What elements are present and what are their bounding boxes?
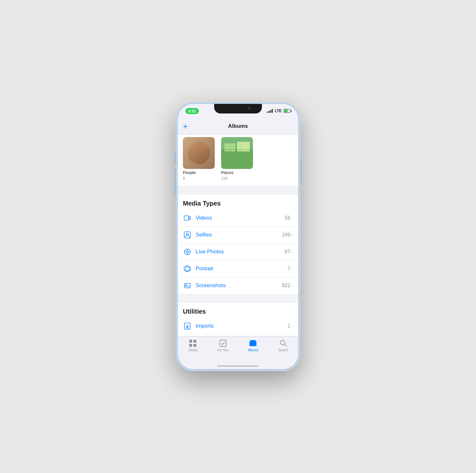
svg-rect-31 [193, 340, 196, 343]
home-indicator-area [178, 363, 298, 369]
portrait-icon [183, 264, 192, 273]
svg-rect-33 [193, 344, 196, 347]
selfies-chevron: › [292, 232, 293, 237]
places-album[interactable]: Places 128 [221, 137, 253, 181]
places-count: 128 [221, 176, 253, 181]
places-thumb-bg [221, 137, 253, 169]
live-photos-icon [183, 247, 192, 256]
imports-label: Imports [196, 323, 287, 329]
duplicates-row[interactable]: Duplicates 15 › [178, 335, 298, 336]
svg-rect-2 [224, 143, 235, 151]
library-tab-icon [189, 339, 197, 347]
media-types-header: Media Types [178, 195, 298, 210]
media-types-title: Media Types [183, 200, 221, 207]
screenshots-icon [183, 281, 192, 290]
status-time: 3:51 [185, 108, 199, 114]
tab-library[interactable]: Library [178, 339, 208, 352]
live-photos-count: 67 [285, 249, 291, 255]
notch [214, 104, 262, 113]
section-gap-2 [178, 294, 298, 303]
screenshots-right: 822 › [282, 283, 293, 288]
svg-rect-30 [189, 340, 192, 343]
main-content: People 6 [178, 135, 298, 336]
portrait-label: Portrait [196, 266, 287, 272]
svg-rect-36 [250, 340, 256, 341]
screenshots-count: 822 [282, 283, 291, 288]
screenshots-row[interactable]: Screenshots 822 › [178, 277, 298, 294]
albums-tab-icon [249, 339, 257, 347]
videos-icon [183, 214, 192, 222]
search-tab-icon [279, 339, 287, 347]
albums-tab-label: Albums [248, 348, 258, 352]
live-photos-chevron: › [292, 249, 293, 254]
svg-rect-7 [184, 216, 189, 220]
people-label: People [183, 170, 215, 175]
svg-point-12 [187, 251, 188, 252]
screenshots-chevron: › [292, 283, 293, 288]
selfies-label: Selfies [196, 232, 282, 238]
tab-search[interactable]: Search [268, 339, 299, 352]
portrait-row[interactable]: Portrait 7 › [178, 260, 298, 277]
videos-chevron: › [292, 215, 293, 221]
imports-chevron: › [292, 324, 293, 329]
tab-for-you[interactable]: For You [208, 339, 238, 352]
library-tab-label: Library [188, 348, 198, 352]
home-indicator-bar [217, 365, 259, 367]
utilities-list: Imports 1 › [178, 318, 298, 336]
phone-screen: 3:51 LTE [178, 104, 298, 369]
nav-title: Albums [228, 123, 248, 129]
signal-icon [267, 109, 273, 113]
places-thumb [221, 137, 253, 169]
nav-bar: + Albums [178, 118, 298, 135]
for-you-tab-icon [219, 339, 227, 347]
selfies-icon [183, 230, 192, 239]
videos-label: Videos [196, 215, 285, 221]
videos-right: 56 › [285, 215, 293, 221]
camera-dot [247, 106, 251, 110]
portrait-chevron: › [292, 266, 293, 271]
lte-label: LTE [275, 109, 282, 113]
people-album[interactable]: People 6 [183, 137, 215, 181]
media-types-list: Videos 56 › [178, 210, 298, 294]
imports-icon [183, 322, 192, 331]
top-albums-section: People 6 [178, 135, 298, 186]
svg-line-38 [284, 345, 286, 347]
add-button[interactable]: + [183, 122, 188, 130]
people-thumb-bg [183, 137, 215, 169]
selfies-right: 249 › [282, 232, 293, 238]
imports-right: 1 › [287, 323, 293, 329]
videos-count: 56 [285, 215, 291, 221]
battery-icon [284, 109, 291, 113]
status-right-icons: LTE [267, 109, 291, 113]
utilities-title: Utilities [183, 308, 206, 315]
tab-albums[interactable]: Albums [238, 339, 268, 352]
portrait-right: 7 › [287, 266, 293, 272]
for-you-tab-label: For You [218, 348, 228, 352]
selfies-count: 249 [282, 232, 291, 238]
selfies-row[interactable]: Selfies 249 › [178, 227, 298, 244]
search-tab-label: Search [278, 348, 288, 352]
imports-count: 1 [287, 323, 290, 329]
screen-content: 3:51 LTE [178, 104, 298, 369]
section-gap-1 [178, 186, 298, 195]
svg-rect-34 [220, 340, 226, 346]
svg-rect-35 [249, 341, 256, 346]
phone-frame: 3:51 LTE [176, 102, 300, 371]
tab-bar: Library For You [178, 336, 298, 363]
people-thumb [183, 137, 215, 169]
utilities-header: Utilities [178, 303, 298, 318]
videos-row[interactable]: Videos 56 › [178, 210, 298, 227]
live-photos-row[interactable]: Live Photos 67 › [178, 244, 298, 260]
people-count: 6 [183, 176, 215, 181]
places-label: Places [221, 170, 253, 175]
status-bar: 3:51 LTE [178, 104, 298, 118]
svg-rect-32 [189, 344, 192, 347]
live-photos-label: Live Photos [196, 249, 285, 255]
live-photos-right: 67 › [285, 249, 293, 255]
svg-rect-1 [221, 150, 253, 169]
imports-row[interactable]: Imports 1 › [178, 318, 298, 335]
screenshots-label: Screenshots [196, 282, 282, 289]
portrait-count: 7 [287, 266, 290, 272]
